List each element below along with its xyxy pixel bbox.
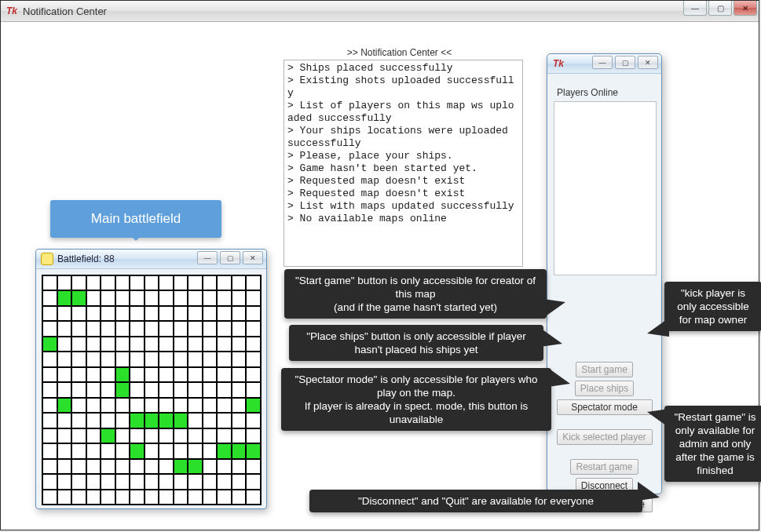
grid-cell[interactable] <box>188 490 203 505</box>
grid-cell[interactable] <box>145 275 159 290</box>
grid-cell[interactable] <box>145 306 159 321</box>
grid-cell[interactable] <box>188 337 203 352</box>
grid-cell[interactable] <box>188 413 203 428</box>
battlefield-close-button[interactable]: ✕ <box>243 251 263 264</box>
grid-cell[interactable] <box>188 398 203 413</box>
grid-cell[interactable] <box>145 398 159 413</box>
grid-cell[interactable] <box>130 382 145 397</box>
grid-cell[interactable] <box>246 413 261 428</box>
grid-cell[interactable] <box>71 290 86 305</box>
battlefield-grid[interactable] <box>42 275 262 505</box>
grid-cell[interactable] <box>145 443 159 458</box>
grid-cell[interactable] <box>130 490 145 505</box>
grid-cell[interactable] <box>217 321 232 336</box>
grid-cell[interactable] <box>130 367 145 382</box>
grid-cell[interactable] <box>188 275 203 290</box>
grid-cell[interactable] <box>246 428 261 443</box>
grid-cell[interactable] <box>232 398 247 413</box>
grid-cell[interactable] <box>42 306 57 321</box>
grid-cell[interactable] <box>115 352 130 366</box>
grid-cell[interactable] <box>101 474 115 489</box>
grid-cell[interactable] <box>57 352 72 366</box>
grid-cell[interactable] <box>101 443 115 458</box>
grid-cell[interactable] <box>130 352 145 366</box>
grid-cell[interactable] <box>86 352 101 366</box>
battlefield-minimize-button[interactable]: — <box>197 251 218 264</box>
grid-cell[interactable] <box>71 413 86 428</box>
grid-cell[interactable] <box>71 443 86 458</box>
grid-cell[interactable] <box>188 459 203 474</box>
grid-cell[interactable] <box>246 321 261 336</box>
grid-cell[interactable] <box>115 428 130 443</box>
grid-cell[interactable] <box>86 443 101 458</box>
grid-cell[interactable] <box>232 382 247 397</box>
grid-cell[interactable] <box>246 275 261 290</box>
place-ships-button[interactable]: Place ships <box>575 381 634 396</box>
grid-cell[interactable] <box>174 290 188 305</box>
grid-cell[interactable] <box>246 367 261 382</box>
players-titlebar[interactable]: Tk — ▢ ✕ <box>547 54 661 74</box>
grid-cell[interactable] <box>232 352 247 366</box>
grid-cell[interactable] <box>86 306 101 321</box>
grid-cell[interactable] <box>42 290 57 305</box>
grid-cell[interactable] <box>159 382 174 397</box>
grid-cell[interactable] <box>57 337 72 352</box>
battlefield-maximize-button[interactable]: ▢ <box>220 251 240 264</box>
grid-cell[interactable] <box>159 321 174 336</box>
grid-cell[interactable] <box>42 490 57 505</box>
grid-cell[interactable] <box>86 413 101 428</box>
grid-cell[interactable] <box>130 321 145 336</box>
grid-cell[interactable] <box>145 382 159 397</box>
grid-cell[interactable] <box>217 382 232 397</box>
grid-cell[interactable] <box>42 382 57 397</box>
grid-cell[interactable] <box>174 321 188 336</box>
battlefield-titlebar[interactable]: Battlefield: 88 — ▢ ✕ <box>36 250 266 269</box>
grid-cell[interactable] <box>159 490 174 505</box>
grid-cell[interactable] <box>246 352 261 366</box>
grid-cell[interactable] <box>203 352 218 366</box>
grid-cell[interactable] <box>130 413 145 428</box>
grid-cell[interactable] <box>86 490 101 505</box>
grid-cell[interactable] <box>115 382 130 397</box>
grid-cell[interactable] <box>101 337 115 352</box>
grid-cell[interactable] <box>188 474 203 489</box>
grid-cell[interactable] <box>232 306 247 321</box>
grid-cell[interactable] <box>217 490 232 505</box>
grid-cell[interactable] <box>115 367 130 382</box>
grid-cell[interactable] <box>86 382 101 397</box>
grid-cell[interactable] <box>86 337 101 352</box>
grid-cell[interactable] <box>101 290 115 305</box>
players-maximize-button[interactable]: ▢ <box>615 56 635 69</box>
grid-cell[interactable] <box>42 337 57 352</box>
grid-cell[interactable] <box>86 459 101 474</box>
grid-cell[interactable] <box>115 337 130 352</box>
grid-cell[interactable] <box>188 321 203 336</box>
titlebar[interactable]: Tk Notification Center — ▢ ✕ <box>1 1 759 22</box>
grid-cell[interactable] <box>203 428 218 443</box>
grid-cell[interactable] <box>115 398 130 413</box>
grid-cell[interactable] <box>57 367 72 382</box>
grid-cell[interactable] <box>246 474 261 489</box>
grid-cell[interactable] <box>101 428 115 443</box>
grid-cell[interactable] <box>130 290 145 305</box>
grid-cell[interactable] <box>145 352 159 366</box>
notification-log[interactable]: > Ships placed successfully > Existing s… <box>284 60 523 267</box>
grid-cell[interactable] <box>159 459 174 474</box>
grid-cell[interactable] <box>115 306 130 321</box>
grid-cell[interactable] <box>145 490 159 505</box>
start-game-button[interactable]: Start game <box>576 362 633 377</box>
grid-cell[interactable] <box>203 337 218 352</box>
grid-cell[interactable] <box>203 382 218 397</box>
grid-cell[interactable] <box>246 443 261 458</box>
grid-cell[interactable] <box>101 413 115 428</box>
grid-cell[interactable] <box>188 443 203 458</box>
grid-cell[interactable] <box>232 337 247 352</box>
grid-cell[interactable] <box>57 490 72 505</box>
grid-cell[interactable] <box>232 290 247 305</box>
grid-cell[interactable] <box>57 290 72 305</box>
grid-cell[interactable] <box>203 459 218 474</box>
grid-cell[interactable] <box>159 398 174 413</box>
grid-cell[interactable] <box>174 367 188 382</box>
spectator-mode-button[interactable]: Spectator mode <box>557 399 653 415</box>
grid-cell[interactable] <box>159 306 174 321</box>
